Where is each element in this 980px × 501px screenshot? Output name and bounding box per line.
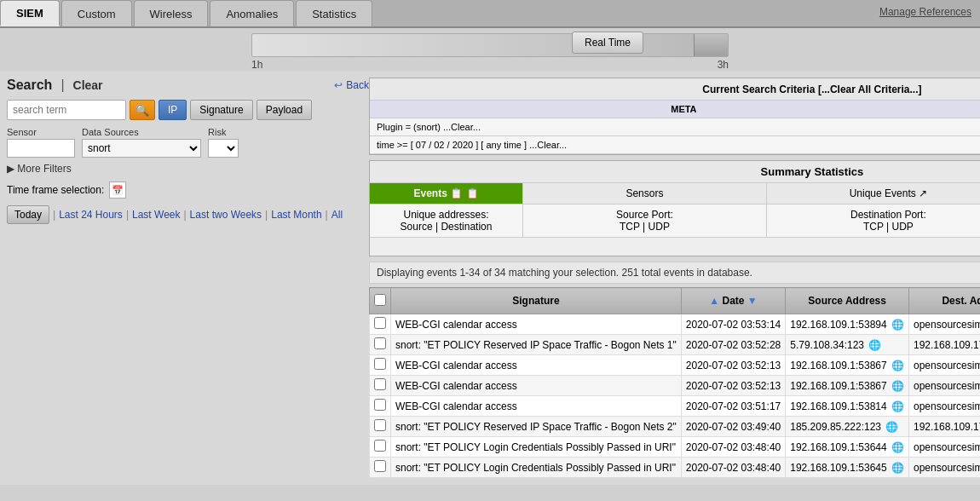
row-source: 185.209.85.222:123 🌐 <box>786 417 909 437</box>
row-dest: opensourcesim:80 🌐 <box>909 437 980 458</box>
row-dest: opensourcesim:80 🌐 <box>909 396 980 417</box>
source-icon[interactable]: 🌐 <box>891 400 904 412</box>
lastmonth-link[interactable]: Last Month <box>271 209 321 221</box>
tab-statistics[interactable]: Statistics <box>296 0 372 26</box>
sum-cell-1: Source Port: TCP | UDP <box>523 204 767 237</box>
row-select-checkbox[interactable] <box>374 337 386 349</box>
predefined-views[interactable]: ▶ Predefined Views <box>370 237 980 256</box>
right-panel: Current Search Criteria [...Clear All Cr… <box>369 78 980 478</box>
datasources-label: Data Sources <box>82 127 201 137</box>
risk-select[interactable] <box>208 139 239 158</box>
calendar-icon[interactable]: 📅 <box>109 181 126 199</box>
datasources-group: Data Sources snort <box>82 127 201 158</box>
events-table: Signature ▲ Date ▼ Source Address Dest. … <box>369 287 980 478</box>
search-input[interactable] <box>7 100 126 120</box>
row-signature: snort: "ET POLICY Reserved IP Space Traf… <box>391 417 682 437</box>
row-signature: snort: "ET POLICY Login Credentials Poss… <box>391 458 682 478</box>
row-select-checkbox[interactable] <box>374 358 386 370</box>
source-icon[interactable]: 🌐 <box>885 421 898 433</box>
manage-references-link[interactable]: Manage References <box>879 6 971 18</box>
sum-top-0: Unique addresses: <box>377 209 516 221</box>
row-checkbox <box>370 437 391 458</box>
tab-anomalies[interactable]: Anomalies <box>210 0 294 26</box>
today-button[interactable]: Today <box>7 205 49 224</box>
col-dest[interactable]: Dest. Address <box>909 288 980 314</box>
signature-filter-button[interactable]: Signature <box>190 100 252 120</box>
tab-siem[interactable]: SIEM <box>0 0 60 26</box>
search-title: Search <box>7 78 52 93</box>
search-go-button[interactable]: 🔍 <box>130 100 155 120</box>
col-checkbox <box>370 288 391 314</box>
row-signature: WEB-CGI calendar access <box>391 396 682 417</box>
row-source: 192.168.109.1:53867 🌐 <box>786 355 909 376</box>
row-select-checkbox[interactable] <box>374 419 386 431</box>
payload-filter-button[interactable]: Payload <box>257 100 312 120</box>
select-all-checkbox[interactable] <box>374 294 386 306</box>
risk-label: Risk <box>208 127 239 137</box>
all-link[interactable]: All <box>331 209 343 221</box>
tab-custom[interactable]: Custom <box>61 0 132 26</box>
col-date[interactable]: ▲ Date ▼ <box>681 288 785 314</box>
source-icon[interactable]: 🌐 <box>891 441 904 453</box>
more-filters-arrow: ▶ <box>7 163 14 175</box>
table-header-row: Signature ▲ Date ▼ Source Address Dest. … <box>370 288 981 314</box>
row-select-checkbox[interactable] <box>374 378 386 390</box>
sum-top-2: Destination Port: <box>774 209 980 221</box>
timeframe-row: Time frame selection: 📅 <box>7 181 369 199</box>
source-icon[interactable]: 🌐 <box>868 339 881 351</box>
source-icon[interactable]: 🌐 <box>891 319 904 331</box>
summary-tabs: Events 📋 📋 Sensors Unique Events ↗ Uniqu… <box>370 183 980 204</box>
row-signature: WEB-CGI calendar access <box>391 314 682 335</box>
criteria-meta-row2: time >= [ 07 / 02 / 2020 ] [ any time ] … <box>370 136 980 153</box>
row-date: 2020-07-02 03:48:40 <box>681 458 785 478</box>
more-filters-label: More Filters <box>17 163 71 175</box>
row-dest: opensourcesim:80 🌐 <box>909 314 980 335</box>
datasources-select[interactable]: snort <box>82 139 201 158</box>
clear-button[interactable]: Clear <box>73 78 103 92</box>
table-row: snort: "ET POLICY Login Credentials Poss… <box>370 437 981 458</box>
sum-bot-1: TCP | UDP <box>530 221 759 233</box>
summary-box: Summary Statistics Events 📋 📋 Sensors Un… <box>369 160 980 256</box>
lastweek-link[interactable]: Last Week <box>132 209 180 221</box>
table-row: WEB-CGI calendar access 2020-07-02 03:53… <box>370 314 981 335</box>
row-date: 2020-07-02 03:52:13 <box>681 376 785 396</box>
summary-title: Summary Statistics <box>370 161 980 183</box>
main-content: Search | Clear ↩ Back 🔍 IP Signature Pay… <box>0 71 980 485</box>
row-date: 2020-07-02 03:48:40 <box>681 437 785 458</box>
sum-tab-unique-events[interactable]: Unique Events ↗ <box>767 183 980 204</box>
row-select-checkbox[interactable] <box>374 317 386 329</box>
criteria-box: Current Search Criteria [...Clear All Cr… <box>369 78 980 155</box>
row-source: 192.168.109.1:53814 🌐 <box>786 396 909 417</box>
time-slider-area: Real Time 1h 3h <box>0 28 980 71</box>
sum-top-1: Source Port: <box>530 209 759 221</box>
realtime-button[interactable]: Real Time <box>572 32 643 54</box>
row-select-checkbox[interactable] <box>374 460 386 472</box>
source-icon[interactable]: 🌐 <box>891 380 904 392</box>
source-icon[interactable]: 🌐 <box>891 360 904 371</box>
criteria-title: Current Search Criteria [...Clear All Cr… <box>370 78 980 101</box>
row-date: 2020-07-02 03:49:40 <box>681 417 785 437</box>
events-info: Displaying events 1-34 of 34 matching yo… <box>369 262 980 284</box>
row-source: 192.168.109.1:53644 🌐 <box>786 437 909 458</box>
back-button[interactable]: ↩ Back <box>334 79 369 91</box>
row-select-checkbox[interactable] <box>374 440 386 452</box>
more-filters[interactable]: ▶ More Filters <box>7 163 369 175</box>
sum-tab-events[interactable]: Events 📋 📋 <box>370 183 523 204</box>
col-signature[interactable]: Signature <box>391 288 682 314</box>
left-panel: Search | Clear ↩ Back 🔍 IP Signature Pay… <box>7 78 369 478</box>
lasttwoweeks-link[interactable]: Last two Weeks <box>190 209 262 221</box>
col-source[interactable]: Source Address <box>786 288 909 314</box>
row-select-checkbox[interactable] <box>374 399 386 411</box>
last24-link[interactable]: Last 24 Hours <box>59 209 123 221</box>
row-signature: snort: "ET POLICY Reserved IP Space Traf… <box>391 335 682 355</box>
col-meta: META <box>370 101 980 118</box>
sum-bot-2: TCP | UDP <box>774 221 980 233</box>
ip-filter-button[interactable]: IP <box>159 100 187 120</box>
sum-tab-sensors[interactable]: Sensors <box>523 183 767 204</box>
clear-all-criteria[interactable]: [...Clear All Criteria...] <box>818 84 922 95</box>
tab-wireless[interactable]: Wireless <box>134 0 209 26</box>
time-slider[interactable] <box>251 33 729 59</box>
row-signature: WEB-CGI calendar access <box>391 376 682 396</box>
sensor-input[interactable] <box>7 139 75 158</box>
source-icon[interactable]: 🌐 <box>891 462 904 474</box>
